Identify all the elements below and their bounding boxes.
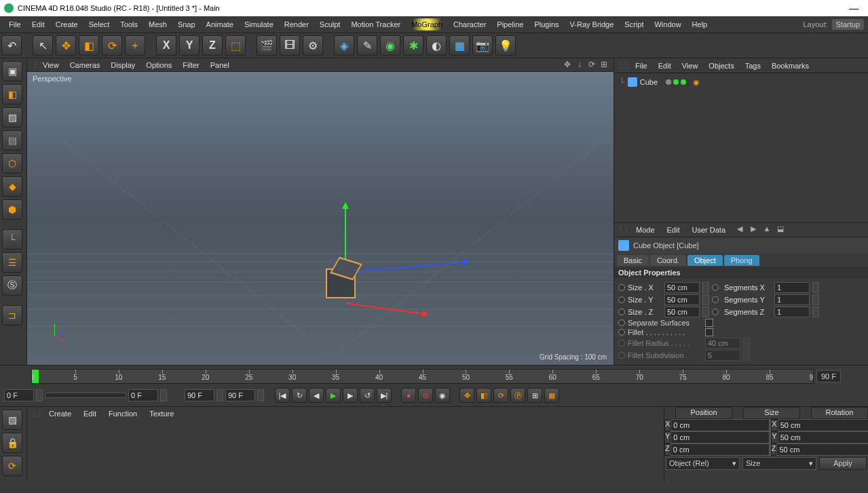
mat-menu-edit[interactable]: Edit (78, 408, 102, 419)
camera-icon[interactable]: 📷 (472, 35, 493, 56)
om-menu-view[interactable]: View (677, 60, 703, 71)
fillet-checkbox[interactable] (705, 328, 713, 336)
spinner[interactable] (36, 389, 43, 401)
menu-simulate[interactable]: Simulate (240, 18, 278, 31)
goto-end-icon[interactable]: ▶| (377, 388, 392, 403)
nav-lock-icon[interactable]: ⬓ (774, 224, 787, 235)
anim-dot-icon[interactable] (618, 309, 625, 315)
grip-icon[interactable]: ⋮⋮ (617, 61, 629, 70)
menu-animate[interactable]: Animate (202, 18, 238, 31)
object-manager-tree[interactable]: └ Cube ◉ (614, 73, 868, 222)
play-icon[interactable]: ▶ (326, 388, 341, 403)
menu-mesh[interactable]: Mesh (144, 18, 172, 31)
am-menu-edit[interactable]: Edit (662, 224, 685, 235)
magnet-icon[interactable]: ⊐ (2, 305, 22, 326)
cube-object[interactable] (326, 269, 360, 302)
move-icon[interactable]: ✥ (56, 35, 76, 56)
menu-select[interactable]: Select (84, 18, 115, 31)
rot-key-icon[interactable]: ⟳ (493, 388, 508, 403)
segments-z-field[interactable] (774, 307, 810, 317)
cube-primitive-icon[interactable]: ◈ (334, 35, 354, 56)
spinner[interactable] (702, 307, 709, 317)
menu-window[interactable]: Window (649, 18, 685, 31)
menu-motion-tracker[interactable]: Motion Tracker (346, 18, 405, 31)
pos-x-field[interactable] (671, 419, 770, 431)
separate-surfaces-checkbox[interactable] (705, 319, 713, 327)
range-slider[interactable] (45, 393, 126, 398)
am-menu-mode[interactable]: Mode (630, 224, 660, 235)
segments-x-field[interactable] (774, 282, 810, 293)
segments-y-field[interactable] (774, 294, 810, 305)
pos-key-icon[interactable]: ✥ (459, 388, 474, 403)
place-icon[interactable]: ＋ (125, 35, 145, 56)
workplane-icon[interactable]: ▤ (2, 130, 22, 151)
autokey-icon[interactable]: ⊙ (418, 388, 433, 403)
anim-dot-icon[interactable] (712, 284, 719, 291)
material-manager[interactable]: ⋮⋮ Create Edit Function Texture (27, 407, 664, 482)
anim-dot-icon[interactable] (618, 284, 625, 291)
scale-key-icon[interactable]: ◧ (476, 388, 491, 403)
menu-create[interactable]: Create (51, 18, 83, 31)
menu-plugins[interactable]: Plugins (529, 18, 563, 31)
tab-basic[interactable]: Basic (617, 255, 649, 266)
spinner[interactable] (216, 389, 223, 401)
keyframe-sel-icon[interactable]: ◉ (435, 388, 450, 403)
next-frame-icon[interactable]: ▶ (343, 388, 358, 403)
mat-nav2-icon[interactable]: 🔒 (2, 433, 22, 453)
om-menu-edit[interactable]: Edit (654, 60, 676, 71)
spinner[interactable] (812, 282, 819, 293)
size-y-field[interactable] (778, 431, 868, 443)
undo-icon[interactable]: ↶ (1, 35, 22, 56)
menu-sculpt[interactable]: Sculpt (315, 18, 345, 31)
menu-script[interactable]: Script (620, 18, 648, 31)
menu-tools[interactable]: Tools (115, 18, 143, 31)
nav-fwd-icon[interactable]: ▶ (747, 224, 759, 235)
tab-object[interactable]: Object (687, 255, 723, 266)
record-icon[interactable]: ● (401, 388, 416, 403)
deformer-icon[interactable]: ◐ (426, 35, 447, 56)
coord-system-icon[interactable]: ⬚ (225, 35, 246, 56)
anim-dot-icon[interactable] (712, 309, 719, 315)
vp-menu-display[interactable]: Display (106, 60, 140, 71)
vp-nav-orbit-icon[interactable]: ⟳ (586, 60, 597, 71)
timeline-ruler[interactable]: 051015202530354045505560657075808590 90 … (0, 367, 868, 386)
layout-dropdown[interactable]: Startup (832, 19, 864, 30)
anim-dot-icon[interactable] (618, 329, 625, 336)
visibility-dot-icon[interactable] (673, 79, 679, 85)
tab-phong[interactable]: Phong (724, 255, 759, 266)
range-start-field[interactable] (4, 389, 34, 401)
menu-mograph[interactable]: MoGraph (407, 18, 447, 31)
om-menu-objects[interactable]: Objects (704, 60, 738, 71)
vp-menu-cameras[interactable]: Cameras (65, 60, 105, 71)
grip-icon[interactable]: ⋮⋮ (617, 226, 629, 235)
tab-coord[interactable]: Coord. (650, 255, 686, 266)
pos-y-field[interactable] (671, 431, 770, 443)
vp-toggle-icon[interactable]: ⊞ (599, 60, 609, 71)
am-menu-userdata[interactable]: User Data (687, 224, 732, 235)
render-settings-icon[interactable]: ⚙ (303, 35, 323, 56)
anim-dot-icon[interactable] (712, 296, 719, 303)
poly-mode-icon[interactable]: ⬢ (2, 199, 22, 220)
mat-menu-create[interactable]: Create (43, 408, 77, 419)
subdiv-icon[interactable]: ◉ (380, 35, 400, 56)
mat-menu-function[interactable]: Function (103, 408, 143, 419)
range-end-field[interactable] (185, 389, 214, 401)
mat-nav1-icon[interactable]: ▨ (2, 410, 22, 430)
goto-prevkey-icon[interactable]: ↻ (292, 388, 307, 403)
vp-menu-filter[interactable]: Filter (178, 60, 204, 71)
om-item-label[interactable]: Cube (640, 78, 658, 86)
menu-help[interactable]: Help (687, 18, 713, 31)
prev-frame-icon[interactable]: ◀ (309, 388, 324, 403)
edge-mode-icon[interactable]: ◆ (2, 176, 22, 197)
z-axis-icon[interactable]: Z (202, 35, 223, 56)
spinner[interactable] (257, 389, 264, 401)
om-menu-bookmarks[interactable]: Bookmarks (767, 60, 814, 71)
rotate-icon[interactable]: ⟳ (102, 35, 122, 56)
anim-dot-icon[interactable] (618, 296, 625, 303)
layer-dot-icon[interactable] (666, 79, 671, 85)
menu-render[interactable]: Render (280, 18, 314, 31)
anim-dot-icon[interactable] (618, 319, 625, 326)
menu-edit[interactable]: Edit (27, 18, 50, 31)
menu-vray[interactable]: V-Ray Bridge (565, 18, 619, 31)
grip-icon[interactable]: ⋮⋮ (31, 60, 37, 69)
